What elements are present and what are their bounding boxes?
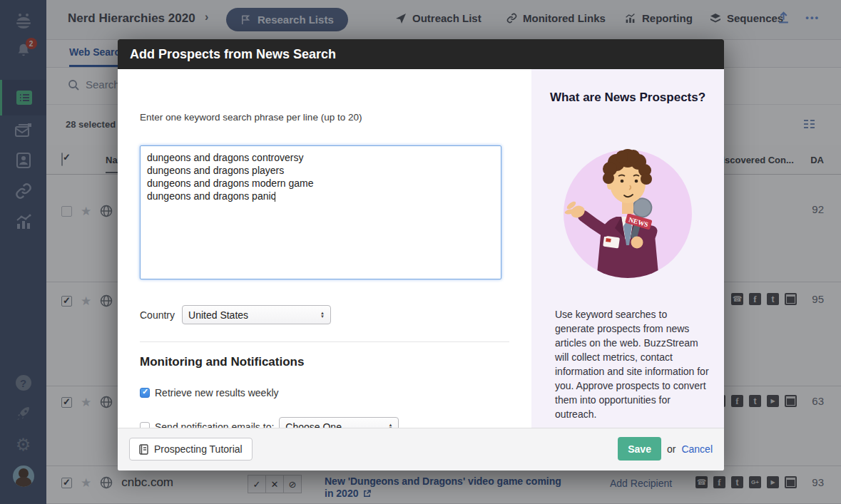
modal-title: Add Prospects from News Search <box>130 47 336 62</box>
cancel-link[interactable]: Cancel <box>681 443 713 455</box>
save-button[interactable]: Save <box>618 437 661 461</box>
modal-header: Add Prospects from News Search <box>118 39 724 69</box>
retrieve-weekly-label[interactable]: Retrieve new results weekly <box>155 387 279 398</box>
info-heading: What are News Prospects? <box>531 91 724 105</box>
retrieve-weekly-checkbox[interactable] <box>140 388 150 398</box>
modal-form: Enter one keyword search phrase per line… <box>118 69 531 428</box>
monitoring-heading: Monitoring and Notifications <box>140 355 304 369</box>
keywords-label: Enter one keyword search phrase per line… <box>140 112 362 123</box>
country-label: Country <box>140 309 175 321</box>
add-prospects-modal: Add Prospects from News Search Enter one… <box>118 39 724 470</box>
info-pane: What are News Prospects? <box>531 69 724 428</box>
text-caret <box>275 192 275 202</box>
prospecting-tutorial-button[interactable]: Prospecting Tutorial <box>129 438 253 461</box>
news-reporter-illustration: NEWS <box>556 135 699 282</box>
select-arrows-icon: ▲▼ <box>320 312 325 319</box>
info-description: Use keyword searches to generate prospec… <box>555 307 709 421</box>
tutorial-book-icon <box>139 444 148 455</box>
country-select[interactable]: United States ▲▼ <box>182 305 331 324</box>
or-text: or <box>667 443 676 455</box>
keywords-textarea[interactable]: dungeons and dragons controversy dungeon… <box>140 145 501 279</box>
section-divider <box>140 341 509 342</box>
modal-footer: Prospecting Tutorial Save or Cancel <box>118 428 724 470</box>
